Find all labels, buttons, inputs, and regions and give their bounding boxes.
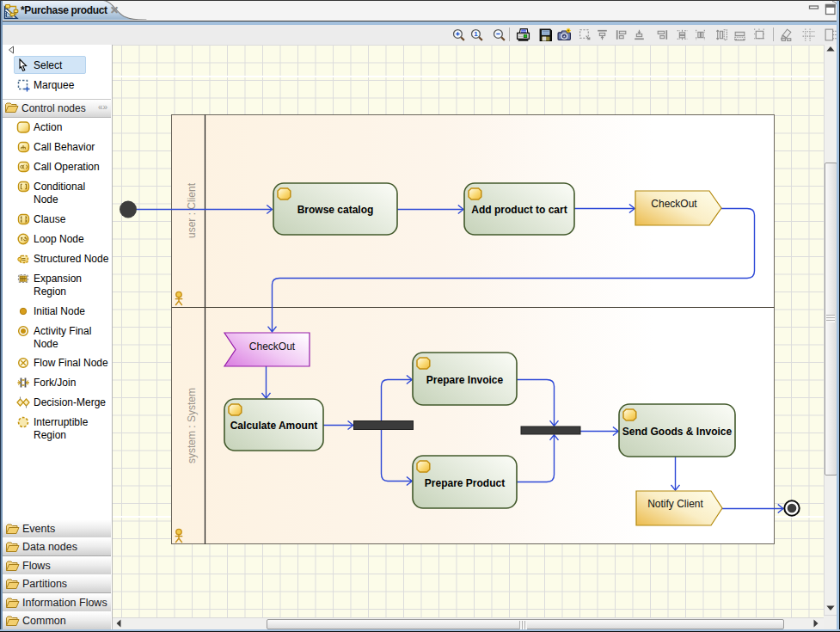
svg-text:user : Client: user : Client: [186, 182, 198, 238]
svg-text:Prepare Invoice: Prepare Invoice: [426, 374, 504, 386]
svg-text:Add product to cart: Add product to cart: [471, 204, 567, 216]
svg-text:Browse catalog: Browse catalog: [297, 204, 374, 216]
svg-text:Send Goods & Invoice: Send Goods & Invoice: [622, 426, 733, 438]
svg-text:system : System: system : System: [186, 388, 198, 463]
svg-text:CheckOut: CheckOut: [249, 341, 296, 353]
svg-text:Calculate Amount: Calculate Amount: [230, 420, 318, 432]
svg-text:Notify Client: Notify Client: [647, 498, 703, 510]
svg-text:CheckOut: CheckOut: [651, 198, 697, 210]
svg-text:Prepare Product: Prepare Product: [425, 477, 505, 489]
svg-text:1: 1: [474, 30, 478, 38]
